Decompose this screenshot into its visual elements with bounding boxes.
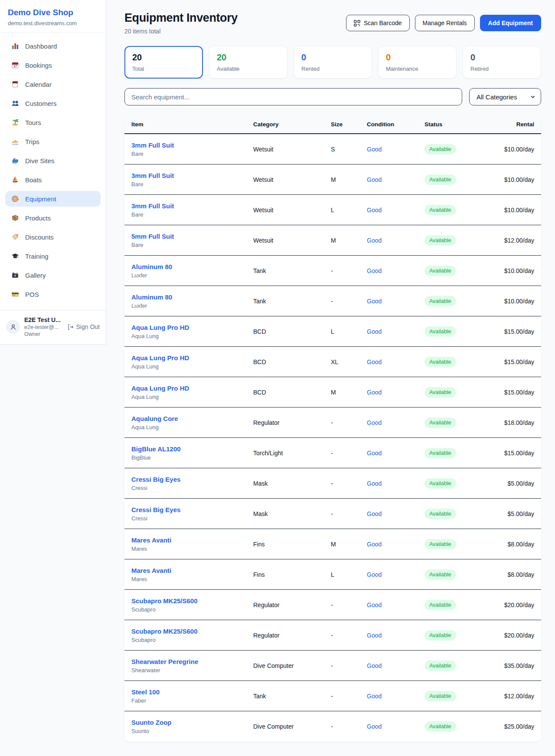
- item-name-link[interactable]: Cressi Big Eyes: [131, 476, 253, 483]
- item-rental-price: $10.00/day: [490, 146, 534, 153]
- sidebar-item-customers[interactable]: Customers: [5, 95, 101, 111]
- condition-link[interactable]: Good: [367, 480, 382, 487]
- condition-link[interactable]: Good: [367, 267, 382, 274]
- status-badge: Available: [424, 569, 456, 580]
- sidebar-item-calendar[interactable]: Calendar: [5, 76, 101, 92]
- condition-link[interactable]: Good: [367, 602, 382, 608]
- item-name-link[interactable]: BigBlue AL1200: [131, 445, 253, 453]
- sidebar-item-tours[interactable]: Tours: [5, 115, 101, 130]
- sidebar-item-gallery[interactable]: Gallery: [5, 267, 101, 283]
- condition-link[interactable]: Good: [367, 723, 382, 730]
- sign-out-button[interactable]: Sign Out: [67, 323, 100, 330]
- item-name-link[interactable]: Aluminum 80: [131, 263, 253, 270]
- item-name-link[interactable]: 3mm Full Suit: [131, 202, 253, 210]
- shop-name: Demo Dive Shop: [8, 8, 98, 17]
- condition-link[interactable]: Good: [367, 358, 382, 365]
- condition-link[interactable]: Good: [367, 328, 382, 335]
- stat-card-total[interactable]: 20 Total: [124, 46, 203, 79]
- sidebar-nav: Dashboard 17 Bookings Calendar Customers…: [0, 33, 106, 306]
- item-name-link[interactable]: 5mm Full Suit: [131, 233, 253, 240]
- condition-link[interactable]: Good: [367, 176, 382, 183]
- sidebar-item-equipment[interactable]: Equipment: [5, 191, 101, 207]
- item-category: Torch/Light: [253, 450, 331, 457]
- item-name-link[interactable]: Aqualung Core: [131, 415, 253, 422]
- sidebar-item-discounts[interactable]: Discounts: [5, 229, 101, 245]
- status-badge: Available: [424, 539, 456, 549]
- item-name-link[interactable]: Scubapro MK25/S600: [131, 597, 253, 605]
- stat-value: 0: [470, 53, 533, 62]
- condition-link[interactable]: Good: [367, 298, 382, 305]
- item-name-link[interactable]: Steel 100: [131, 688, 253, 696]
- condition-link[interactable]: Good: [367, 571, 382, 578]
- item-size: M: [331, 389, 367, 396]
- item-name-link[interactable]: Shearwater Peregrine: [131, 658, 253, 665]
- status-badge: Available: [424, 174, 456, 185]
- status-badge: Available: [424, 691, 456, 701]
- condition-link[interactable]: Good: [367, 541, 382, 548]
- stat-card-retired[interactable]: 0 Retired: [463, 46, 541, 79]
- condition-link[interactable]: Good: [367, 419, 382, 426]
- condition-link[interactable]: Good: [367, 632, 382, 639]
- chevron-down-icon: [530, 94, 535, 99]
- condition-link[interactable]: Good: [367, 237, 382, 244]
- scan-barcode-button[interactable]: Scan Barcode: [346, 15, 410, 31]
- table-row: Suunto Zoop Suunto Dive Computer - Good …: [124, 711, 541, 742]
- sidebar-item-products[interactable]: Products: [5, 210, 101, 226]
- item-name-link[interactable]: Aqua Lung Pro HD: [131, 385, 253, 392]
- item-brand: Mares: [131, 576, 253, 582]
- item-name-link[interactable]: Cressi Big Eyes: [131, 506, 253, 513]
- item-brand: Faber: [131, 697, 253, 704]
- item-name-link[interactable]: Aluminum 80: [131, 293, 253, 301]
- item-rental-price: $35.00/day: [490, 662, 534, 669]
- condition-link[interactable]: Good: [367, 146, 382, 153]
- item-name-link[interactable]: Aqua Lung Pro HD: [131, 324, 253, 331]
- sidebar-item-trips[interactable]: Trips: [5, 134, 101, 149]
- item-brand: Scubapro: [131, 637, 253, 643]
- category-select[interactable]: All Categories: [469, 88, 541, 105]
- manage-rentals-button[interactable]: Manage Rentals: [415, 15, 475, 31]
- item-name-link[interactable]: Mares Avanti: [131, 536, 253, 544]
- signout-icon: [67, 324, 74, 330]
- sidebar-item-pos[interactable]: POS: [5, 286, 101, 302]
- condition-link[interactable]: Good: [367, 207, 382, 214]
- item-rental-price: $5.00/day: [490, 510, 534, 517]
- sidebar-item-bookings[interactable]: 17 Bookings: [5, 57, 101, 73]
- item-name-link[interactable]: Suunto Zoop: [131, 719, 253, 726]
- item-brand: Cressi: [131, 515, 253, 522]
- item-rental-price: $8.00/day: [490, 571, 534, 578]
- manage-rentals-label: Manage Rentals: [423, 20, 467, 26]
- calendar-date-icon: 17: [11, 61, 19, 69]
- item-brand: Mares: [131, 546, 253, 552]
- item-category: Tank: [253, 693, 331, 700]
- sidebar-item-dashboard[interactable]: Dashboard: [5, 38, 101, 54]
- item-name-link[interactable]: Scubapro MK25/S600: [131, 628, 253, 635]
- condition-link[interactable]: Good: [367, 510, 382, 517]
- scan-barcode-icon: [354, 20, 360, 26]
- dive-mask-icon: [11, 195, 19, 203]
- sidebar-item-dive-sites[interactable]: Dive Sites: [5, 153, 101, 168]
- item-name-link[interactable]: Mares Avanti: [131, 567, 253, 574]
- condition-link[interactable]: Good: [367, 450, 382, 457]
- condition-link[interactable]: Good: [367, 662, 382, 669]
- item-name-link[interactable]: Aqua Lung Pro HD: [131, 354, 253, 362]
- item-rental-price: $5.00/day: [490, 480, 534, 487]
- status-badge: Available: [424, 205, 456, 215]
- condition-link[interactable]: Good: [367, 389, 382, 396]
- stat-card-rented[interactable]: 0 Rented: [294, 46, 372, 79]
- item-brand: Aqua Lung: [131, 394, 253, 400]
- condition-link[interactable]: Good: [367, 693, 382, 700]
- sidebar-item-training[interactable]: Training: [5, 248, 101, 264]
- sidebar-item-boats[interactable]: Boats: [5, 172, 101, 187]
- status-badge: Available: [424, 235, 456, 246]
- add-equipment-button[interactable]: Add Equipment: [480, 15, 541, 31]
- stat-value: 20: [217, 53, 280, 62]
- table-row: 3mm Full Suit Bare Wetsuit L Good Availa…: [124, 195, 541, 225]
- search-input[interactable]: [124, 88, 462, 105]
- item-name-link[interactable]: 3mm Full Suit: [131, 172, 253, 179]
- tag-icon: [11, 233, 19, 241]
- stat-card-available[interactable]: 20 Available: [209, 46, 287, 79]
- stat-card-maintenance[interactable]: 0 Maintenance: [378, 46, 457, 79]
- item-name-link[interactable]: 3mm Full Suit: [131, 141, 253, 149]
- bar-chart-icon: [11, 42, 19, 50]
- stat-label: Rented: [301, 66, 364, 72]
